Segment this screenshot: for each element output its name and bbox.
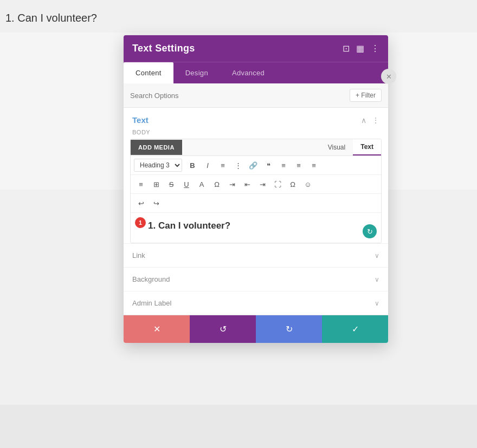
- background-label: Background: [132, 275, 170, 283]
- modal-title: Text Settings: [132, 43, 195, 54]
- close-button[interactable]: ✕: [381, 69, 396, 84]
- toolbar-row-3: ↩ ↪: [131, 194, 381, 213]
- cancel-button[interactable]: ✕: [124, 315, 190, 343]
- toggle-group: Visual Text: [320, 139, 381, 155]
- section-more-icon[interactable]: ⋮: [372, 116, 379, 125]
- background-section[interactable]: Background ∨: [124, 267, 388, 291]
- align-center-button[interactable]: ≡: [292, 158, 306, 172]
- undo-button[interactable]: ↺: [190, 315, 256, 343]
- text-toggle[interactable]: Text: [353, 139, 381, 155]
- visual-toggle[interactable]: Visual: [320, 139, 353, 155]
- link-button[interactable]: 🔗: [246, 158, 260, 172]
- modal-tabs: Content Design Advanced: [124, 62, 388, 83]
- more-options-icon[interactable]: ⋮: [371, 44, 379, 53]
- blockquote-button[interactable]: ❝: [261, 158, 275, 172]
- editor-content[interactable]: 1 1. Can I volunteer? ↻: [131, 213, 381, 243]
- link-section[interactable]: Link ∨: [124, 243, 388, 267]
- align-left-button[interactable]: ≡: [276, 158, 291, 172]
- modal-header: Text Settings ⊡ ▦ ⋮: [124, 35, 388, 62]
- outdent-button[interactable]: ⇤: [240, 177, 254, 191]
- align-right-button[interactable]: ≡: [307, 158, 321, 172]
- admin-label-section[interactable]: Admin Label ∨: [124, 291, 388, 315]
- heading-select[interactable]: Heading 3: [134, 159, 182, 172]
- tab-content[interactable]: Content: [124, 62, 173, 83]
- undo-editor-button[interactable]: ↩: [134, 196, 148, 210]
- search-bar: + Filter: [124, 83, 388, 108]
- body-label: Body: [124, 129, 388, 139]
- page-title: 1. Can I volunteer?: [5, 12, 97, 24]
- text-section-header: Text ∧ ⋮: [124, 108, 388, 129]
- columns-icon[interactable]: ▦: [356, 44, 364, 53]
- emoji-button[interactable]: ☺: [301, 177, 315, 191]
- italic-button[interactable]: I: [201, 158, 215, 172]
- tab-advanced[interactable]: Advanced: [220, 62, 276, 83]
- admin-label-chevron-icon: ∨: [375, 300, 379, 307]
- save-button[interactable]: ✓: [322, 315, 388, 343]
- indent-button[interactable]: ⇥: [225, 177, 239, 191]
- link-label: Link: [132, 251, 145, 259]
- admin-label-label: Admin Label: [132, 299, 171, 307]
- add-media-button[interactable]: ADD MEDIA: [131, 140, 182, 155]
- editor-text[interactable]: 1. Can I volunteer?: [137, 218, 375, 231]
- text-section-title: Text: [132, 115, 149, 125]
- section-controls: ∧ ⋮: [361, 116, 379, 125]
- font-color-button[interactable]: A: [195, 177, 209, 191]
- underline-button[interactable]: U: [179, 177, 194, 191]
- editor-top-row: ADD MEDIA Visual Text: [131, 139, 381, 156]
- omega-button[interactable]: Ω: [286, 177, 300, 191]
- collapse-icon[interactable]: ∧: [361, 116, 366, 125]
- bold-button[interactable]: B: [185, 158, 199, 172]
- editor-area: ADD MEDIA Visual Text Heading 3 B I ≡ ⋮ …: [130, 139, 382, 243]
- page-background: 1. Can I volunteer? Text Settings ⊡ ▦ ⋮ …: [0, 0, 477, 448]
- link-chevron-icon: ∨: [375, 252, 379, 259]
- background-chevron-icon: ∨: [375, 276, 379, 283]
- special-char-button[interactable]: Ω: [210, 177, 224, 191]
- fullscreen-button[interactable]: ⛶: [270, 177, 285, 191]
- modal-header-icons: ⊡ ▦ ⋮: [343, 44, 379, 53]
- redo-editor-button[interactable]: ↪: [149, 196, 163, 210]
- filter-button[interactable]: + Filter: [350, 89, 382, 102]
- indent2-button[interactable]: ⇥: [255, 177, 269, 191]
- table-button[interactable]: ⊞: [149, 177, 163, 191]
- search-input[interactable]: [130, 92, 350, 100]
- text-settings-modal: Text Settings ⊡ ▦ ⋮ Content Design Advan…: [124, 35, 388, 343]
- content-area-bottom: [0, 405, 477, 448]
- modal-footer: ✕ ↺ ↻ ✓: [124, 315, 388, 343]
- error-badge: 1: [135, 217, 146, 228]
- redo-button[interactable]: ↻: [256, 315, 322, 343]
- responsive-icon[interactable]: ⊡: [343, 44, 350, 53]
- modal-body: Text ∧ ⋮ Body ADD MEDIA Visual Text: [124, 108, 388, 315]
- tab-design[interactable]: Design: [173, 62, 220, 83]
- toolbar-row-1: Heading 3 B I ≡ ⋮ 🔗 ❝ ≡ ≡ ≡: [131, 156, 381, 175]
- ordered-list-button[interactable]: ⋮: [231, 158, 245, 172]
- toolbar-row-2: ≡ ⊞ S U A Ω ⇥ ⇤ ⇥ ⛶ Ω ☺: [131, 175, 381, 194]
- refresh-button[interactable]: ↻: [363, 224, 377, 238]
- strikethrough-button[interactable]: S: [164, 177, 178, 191]
- unordered-list-button[interactable]: ≡: [216, 158, 230, 172]
- align-justify-button[interactable]: ≡: [134, 177, 148, 191]
